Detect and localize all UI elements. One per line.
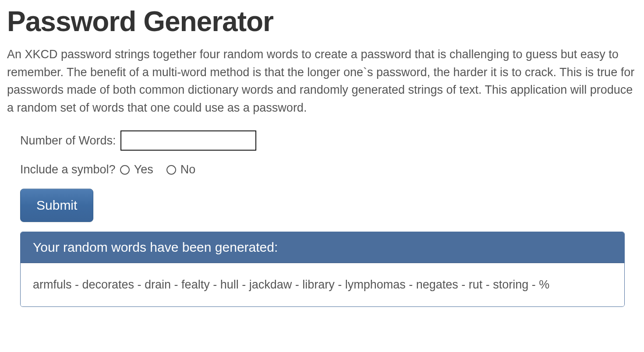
result-panel: Your random words have been generated: a… (20, 232, 625, 307)
form-block: Number of Words: Include a symbol? Yes N… (7, 130, 637, 307)
symbol-row: Include a symbol? Yes No (20, 163, 637, 176)
num-words-row: Number of Words: (20, 130, 637, 151)
symbol-no-radio[interactable] (166, 165, 176, 175)
num-words-input[interactable] (120, 130, 256, 151)
symbol-yes-option[interactable]: Yes (120, 163, 153, 176)
symbol-radio-group: Yes No (120, 163, 196, 176)
symbol-label: Include a symbol? (20, 163, 116, 176)
symbol-no-label: No (180, 163, 196, 176)
num-words-label: Number of Words: (20, 134, 116, 148)
symbol-yes-label: Yes (134, 163, 153, 176)
submit-button[interactable]: Submit (20, 189, 93, 222)
result-password: armfuls - decorates - drain - fealty - h… (21, 263, 624, 306)
symbol-yes-radio[interactable] (120, 165, 130, 175)
result-heading: Your random words have been generated: (21, 232, 624, 263)
page-title: Password Generator (7, 5, 637, 38)
intro-paragraph: An XKCD password strings together four r… (7, 46, 637, 116)
symbol-no-option[interactable]: No (166, 163, 196, 176)
